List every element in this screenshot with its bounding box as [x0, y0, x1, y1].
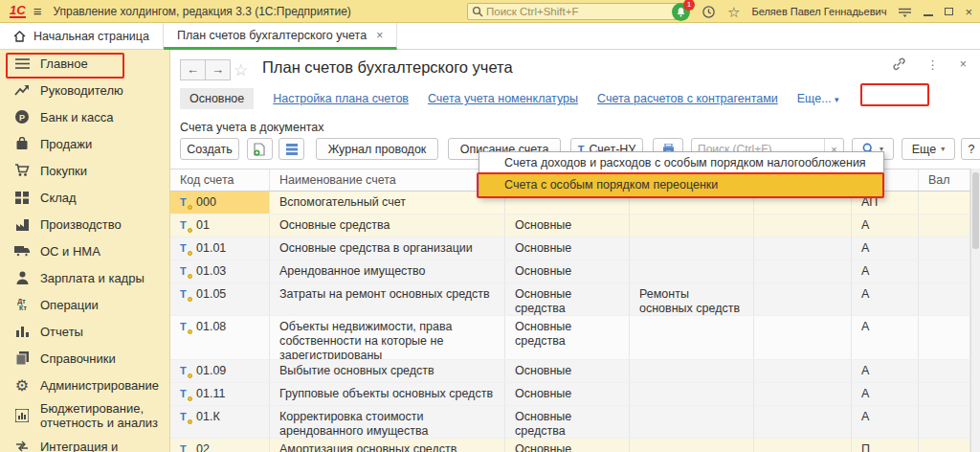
sidebar-item-label: Бюджетирование, отчетность и анализ [40, 401, 164, 430]
sidebar-item-proizvodstvo[interactable]: Производство [0, 211, 169, 237]
table-row[interactable]: Т02 Амортизация основных средств Основны… [170, 439, 970, 452]
sections-panel: Главное Руководителю Р Банк и касса Прод… [0, 50, 170, 452]
search-icon [472, 6, 483, 17]
create-group-button[interactable] [247, 138, 273, 160]
menu-icon [13, 55, 31, 72]
global-search[interactable] [467, 3, 685, 20]
sidebar-item-label: Банк и касса [40, 110, 114, 124]
list-view-button[interactable] [278, 138, 304, 160]
minimize-icon[interactable] [924, 14, 933, 16]
app-topbar: 1С ≡ Управление холдингом, редакция 3.3 … [0, 0, 980, 23]
account-icon: Т [180, 442, 189, 452]
tab-home[interactable]: Начальная страница [0, 23, 164, 50]
help-button[interactable]: ? [961, 138, 980, 160]
nav-counterparty-accounts[interactable]: Счета расчетов с контрагентами [597, 92, 778, 105]
account-icon: Т [180, 364, 189, 378]
notifications-bell-icon[interactable]: 1 [672, 3, 690, 21]
table-row[interactable]: Т01.01 Основные средства в организации О… [170, 237, 970, 260]
scrollbar-thumb[interactable] [972, 172, 979, 249]
sidebar-item-label: Администрирование [40, 378, 159, 393]
column-header[interactable]: Вал [919, 170, 970, 191]
global-search-input[interactable] [486, 6, 668, 17]
sidebar-item-administrirovanie[interactable]: ⚙ Администрирование [0, 372, 169, 398]
journal-entries-button[interactable]: Журнал проводок [316, 138, 438, 160]
sidebar-item-glavnoe[interactable]: Главное [0, 50, 169, 77]
table-row[interactable]: Т01.09 Выбытие основных средств Основные… [170, 360, 970, 383]
close-form-icon[interactable]: × [960, 57, 967, 72]
table-more-button[interactable]: Еще▾ [902, 138, 955, 160]
table-row[interactable]: Т01.05 Затраты на ремонт основных средст… [170, 283, 970, 316]
sidebar-item-rukovoditelyu[interactable]: Руководителю [0, 77, 169, 103]
home-icon [13, 31, 26, 42]
account-icon: Т [180, 264, 189, 279]
sidebar-item-sklad[interactable]: Склад [0, 184, 169, 211]
main-menu-icon[interactable]: ≡ [33, 3, 42, 19]
more-menu-icon[interactable]: ⋮ [926, 57, 939, 72]
favorite-star-icon[interactable]: ☆ [234, 60, 248, 80]
sidebar-item-label: Отчеты [40, 325, 83, 339]
more-dropdown-menu: Счета доходов и расходов с особым порядк… [479, 151, 884, 197]
account-icon: Т [180, 387, 189, 401]
list-icon [286, 144, 298, 155]
history-icon[interactable] [702, 5, 716, 19]
sidebar-item-label: Операции [40, 298, 99, 312]
table-row[interactable]: Т01.К Корректировка стоимости арендованн… [170, 406, 970, 439]
sidebar-item-operacii[interactable]: Дт Кт Операции [0, 291, 169, 318]
new-document-icon [254, 143, 266, 156]
service-menu-icon[interactable] [898, 6, 912, 18]
budget-chart-icon [13, 407, 31, 424]
account-icon: Т [180, 195, 189, 210]
sidebar-item-spravochniki[interactable]: Справочники [0, 345, 169, 372]
accounts-in-documents-link[interactable]: Счета учета в документах [180, 121, 324, 134]
nav-item-accounts[interactable]: Счета учета номенклатуры [428, 92, 578, 105]
sidebar-item-integraciya[interactable]: Интеграция и [0, 433, 169, 452]
truck-icon [13, 242, 31, 260]
get-link-icon[interactable] [891, 57, 905, 72]
tab-chart-of-accounts[interactable]: План счетов бухгалтерского учета × [164, 23, 397, 50]
sidebar-item-otchety[interactable]: Отчеты [0, 318, 169, 345]
current-user[interactable]: Беляев Павел Геннадьевич [751, 6, 886, 17]
sidebar-item-pokupki[interactable]: Покупки [0, 157, 169, 184]
accounts-table: Код счета Наименование счета Субконто 1 … [170, 169, 970, 452]
favorites-star-icon[interactable]: ☆ [727, 5, 740, 19]
form-navigation: Основное Настройка плана счетов Счета уч… [180, 86, 839, 111]
sidebar-item-label: Интеграция и [40, 440, 118, 452]
column-header[interactable]: Наименование счета [270, 170, 505, 191]
sidebar-item-os-i-nma[interactable]: ОС и НМА [0, 237, 169, 264]
bank-icon: Р [13, 108, 31, 125]
create-button[interactable]: Создать [180, 138, 239, 160]
tab-close-icon[interactable]: × [376, 29, 383, 42]
chart-of-accounts-form: ← → ☆ План счетов бухгалтерского учета ⋮… [170, 50, 980, 452]
sidebar-item-label: ОС и НМА [40, 244, 100, 259]
nav-plan-settings[interactable]: Настройка плана счетов [273, 92, 409, 105]
sales-bag-icon [13, 135, 31, 152]
svg-text:Р: Р [19, 113, 25, 123]
table-row[interactable]: Т01.03 Арендованное имущество Основные с… [170, 260, 970, 283]
close-window-icon[interactable]: × [965, 6, 972, 18]
nav-main[interactable]: Основное [180, 88, 254, 109]
sidebar-item-label: Склад [40, 191, 77, 205]
sidebar-item-label: Покупки [40, 164, 87, 178]
forward-button[interactable]: → [205, 59, 231, 80]
table-row[interactable]: Т01.08 Объекты недвижимости, права собст… [170, 316, 970, 360]
sidebar-item-zarplata[interactable]: Зарплата и кадры [0, 264, 169, 291]
bar-chart-icon [13, 323, 31, 340]
table-row[interactable]: Т01.11 Групповые объекты основных средст… [170, 383, 970, 406]
table-row[interactable]: Т01 Основные средства Основные средства … [170, 215, 970, 237]
restore-window-icon[interactable] [945, 8, 953, 15]
menu-item-special-revaluation-accounts[interactable]: Счета с особым порядком переоценки [479, 173, 883, 196]
vertical-scrollbar[interactable] [970, 169, 980, 452]
sidebar-item-bank-i-kassa[interactable]: Р Банк и касса [0, 103, 169, 130]
back-button[interactable]: ← [180, 59, 206, 80]
tab-home-label: Начальная страница [33, 30, 149, 43]
column-header[interactable]: Код счета [170, 170, 270, 191]
sidebar-item-label: Главное [40, 56, 88, 71]
account-icon: Т [180, 218, 189, 233]
menu-item-special-tax-accounts[interactable]: Счета доходов и расходов с особым порядк… [479, 152, 883, 173]
open-tabs-bar: Начальная страница План счетов бухгалтер… [0, 23, 980, 50]
cart-icon [13, 162, 31, 179]
sidebar-item-prodazhi[interactable]: Продажи [0, 130, 169, 157]
sidebar-item-byudzhetirovanie[interactable]: Бюджетирование, отчетность и анализ [0, 398, 169, 433]
nav-more-button[interactable]: Еще... ▾ [797, 92, 839, 105]
factory-icon [13, 215, 31, 233]
